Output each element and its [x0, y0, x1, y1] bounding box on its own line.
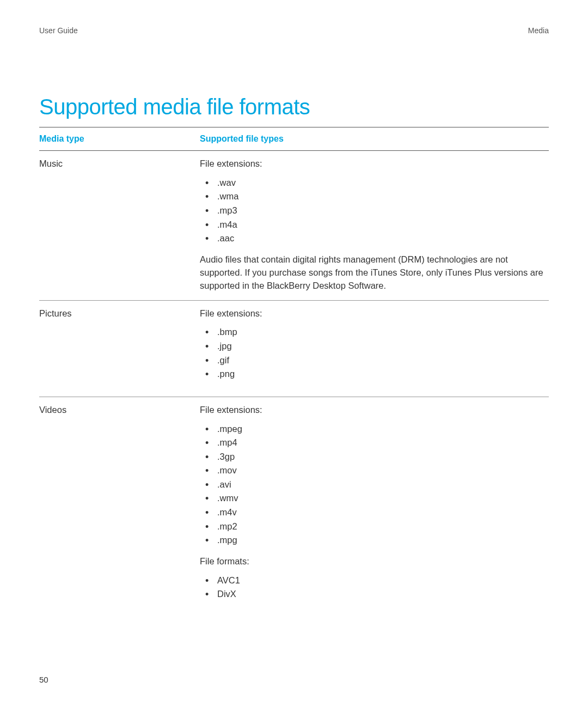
supported-types-cell: File extensions: .bmp .jpg .gif .png — [200, 300, 549, 397]
formats-list: AVC1 DivX — [200, 574, 549, 601]
table-header-row: Media type Supported file types — [39, 127, 549, 151]
list-item: .wma — [205, 190, 549, 204]
list-item: .aac — [205, 232, 549, 246]
list-item: .png — [205, 367, 549, 381]
list-item: .bmp — [205, 325, 549, 339]
list-item: .m4v — [205, 506, 549, 520]
list-item: AVC1 — [205, 574, 549, 588]
extensions-list: .mpeg .mp4 .3gp .mov .avi .wmv .m4v .mp2… — [200, 422, 549, 547]
table-row: Pictures File extensions: .bmp .jpg .gif… — [39, 300, 549, 397]
header-left: User Guide — [39, 26, 78, 35]
list-item: .mpeg — [205, 422, 549, 436]
media-type-cell: Music — [39, 151, 200, 301]
media-type-cell: Pictures — [39, 300, 200, 397]
extensions-lead: File extensions: — [200, 157, 549, 171]
table-row: Videos File extensions: .mpeg .mp4 .3gp … — [39, 397, 549, 609]
list-item: .mp2 — [205, 520, 549, 534]
list-item: .avi — [205, 478, 549, 492]
list-item: .wav — [205, 176, 549, 190]
formats-table: Media type Supported file types Music Fi… — [39, 127, 549, 609]
list-item: .jpg — [205, 339, 549, 354]
table-row: Music File extensions: .wav .wma .mp3 .m… — [39, 151, 549, 301]
col-header-media-type: Media type — [39, 127, 200, 151]
supported-types-cell: File extensions: .wav .wma .mp3 .m4a .aa… — [200, 151, 549, 301]
extensions-lead: File extensions: — [200, 307, 549, 320]
extensions-list: .bmp .jpg .gif .png — [200, 325, 549, 381]
header-right: Media — [528, 26, 549, 35]
formats-lead: File formats: — [200, 555, 549, 568]
list-item: .wmv — [205, 491, 549, 506]
media-type-cell: Videos — [39, 397, 200, 609]
list-item: DivX — [205, 587, 549, 601]
page-title: Supported media file formats — [39, 95, 549, 119]
list-item: .m4a — [205, 218, 549, 232]
extensions-lead: File extensions: — [200, 404, 549, 417]
list-item: .mp3 — [205, 204, 549, 218]
list-item: .mpg — [205, 533, 549, 547]
list-item: .gif — [205, 354, 549, 368]
supported-types-cell: File extensions: .mpeg .mp4 .3gp .mov .a… — [200, 397, 549, 609]
col-header-supported-types: Supported file types — [200, 127, 549, 151]
list-item: .mp4 — [205, 436, 549, 450]
list-item: .3gp — [205, 450, 549, 464]
page-number: 50 — [39, 675, 48, 684]
page-header: User Guide Media — [39, 26, 549, 35]
extensions-list: .wav .wma .mp3 .m4a .aac — [200, 176, 549, 246]
music-drm-note: Audio files that contain digital rights … — [200, 253, 549, 293]
list-item: .mov — [205, 464, 549, 478]
